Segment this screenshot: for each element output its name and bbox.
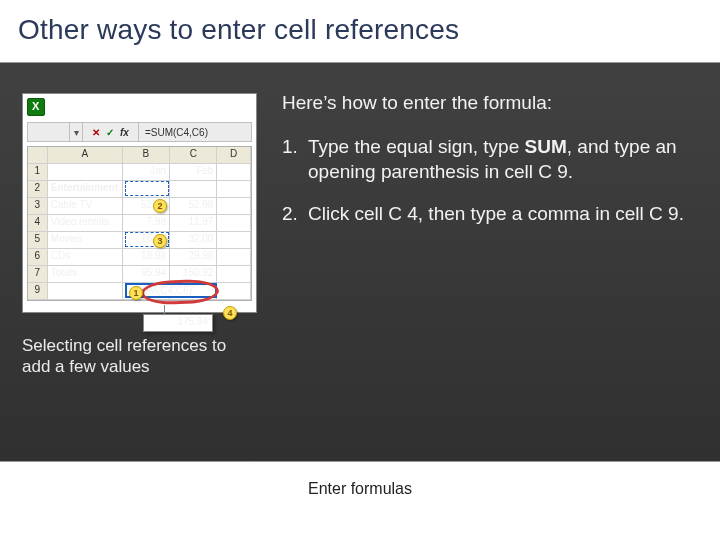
value-callout: 175.94 bbox=[143, 314, 213, 332]
table-row: 7 Totals 95.94 150.92 bbox=[28, 266, 251, 283]
cell bbox=[170, 181, 217, 198]
cell: 29.98 bbox=[170, 249, 217, 266]
step-text-part: Type the equal sign, type bbox=[308, 136, 525, 157]
cell: 150.92 bbox=[170, 266, 217, 283]
table-row: 1 Jan Feb bbox=[28, 164, 251, 181]
step-1: 1. Type the equal sign, type SUM, and ty… bbox=[282, 135, 688, 184]
row-header: 1 bbox=[28, 164, 48, 181]
cell: CDs bbox=[48, 249, 123, 266]
slide-footer: Enter formulas bbox=[0, 462, 720, 540]
formula-bar-buttons: ✕ ✓ fx bbox=[83, 123, 139, 141]
row-header: 5 bbox=[28, 232, 48, 249]
cell bbox=[217, 181, 251, 198]
cell bbox=[217, 283, 251, 300]
cell: 18.98 bbox=[123, 249, 170, 266]
row-header: 2 bbox=[28, 181, 48, 198]
instruction-column: Here’s how to enter the formula: 1. Type… bbox=[282, 91, 688, 244]
footer-text: Enter formulas bbox=[308, 480, 412, 498]
step-2: 2. Click cell C 4, then type a comma in … bbox=[282, 202, 688, 226]
figure-caption: Selecting cell references to add a few v… bbox=[22, 335, 257, 378]
cell bbox=[48, 164, 123, 181]
callout-badge-2: 2 bbox=[153, 199, 167, 213]
formula-bar-text: =SUM(C4,C6) bbox=[139, 127, 208, 138]
cell: Jan bbox=[123, 164, 170, 181]
callout-badge-4: 4 bbox=[223, 306, 237, 320]
cell bbox=[217, 164, 251, 181]
table-row: 6 CDs 18.98 29.98 bbox=[28, 249, 251, 266]
row-header: 3 bbox=[28, 198, 48, 215]
row-header: 4 bbox=[28, 215, 48, 232]
table-row: 2 Entertainment bbox=[28, 181, 251, 198]
column-header-row: A B C D bbox=[28, 147, 251, 164]
enter-icon: ✓ bbox=[106, 127, 114, 138]
step-number: 2. bbox=[282, 202, 308, 226]
cell bbox=[123, 181, 170, 198]
callout-badge-1: 1 bbox=[129, 286, 143, 300]
cell bbox=[217, 232, 251, 249]
intro-text: Here’s how to enter the formula: bbox=[282, 91, 688, 115]
row-header: 9 bbox=[28, 283, 48, 300]
slide: Other ways to enter cell references ▾ ✕ … bbox=[0, 0, 720, 540]
excel-window: ▾ ✕ ✓ fx =SUM(C4,C6) A B C D bbox=[23, 94, 256, 312]
cell: Video rentals bbox=[48, 215, 123, 232]
slide-title: Other ways to enter cell references bbox=[0, 0, 720, 56]
cell: 7.98 bbox=[123, 215, 170, 232]
name-box bbox=[28, 123, 70, 141]
select-all-corner bbox=[28, 147, 48, 164]
cell bbox=[217, 249, 251, 266]
excel-screenshot: ▾ ✕ ✓ fx =SUM(C4,C6) A B C D bbox=[22, 93, 257, 313]
table-row: 3 Cable TV 52.98 52.98 bbox=[28, 198, 251, 215]
cell: 11.97 bbox=[170, 215, 217, 232]
cell: 32.00 bbox=[170, 232, 217, 249]
cell bbox=[48, 283, 123, 300]
cell: 52.98 bbox=[170, 198, 217, 215]
cell: Movies bbox=[48, 232, 123, 249]
row-header: 7 bbox=[28, 266, 48, 283]
cell bbox=[217, 215, 251, 232]
step-text: Type the equal sign, type SUM, and type … bbox=[308, 135, 688, 184]
cell bbox=[217, 198, 251, 215]
row-header: 6 bbox=[28, 249, 48, 266]
step-number: 1. bbox=[282, 135, 308, 184]
col-header: D bbox=[217, 147, 251, 164]
cell: Entertainment bbox=[48, 181, 123, 198]
col-header: A bbox=[48, 147, 123, 164]
cell: Feb bbox=[170, 164, 217, 181]
col-header: B bbox=[123, 147, 170, 164]
formula-bar: ▾ ✕ ✓ fx =SUM(C4,C6) bbox=[27, 122, 252, 142]
name-box-dropdown-icon: ▾ bbox=[70, 123, 83, 141]
callout-badge-3: 3 bbox=[153, 234, 167, 248]
slide-body: ▾ ✕ ✓ fx =SUM(C4,C6) A B C D bbox=[0, 62, 720, 462]
step-text-bold: SUM bbox=[525, 136, 567, 157]
step-text-part: Click cell C 4, then type a comma in cel… bbox=[308, 203, 684, 224]
fx-icon: fx bbox=[120, 127, 129, 138]
cell: Cable TV bbox=[48, 198, 123, 215]
cell bbox=[217, 266, 251, 283]
table-row: 4 Video rentals 7.98 11.97 bbox=[28, 215, 251, 232]
step-text: Click cell C 4, then type a comma in cel… bbox=[308, 202, 688, 226]
table-row: 5 Movies 16.00 32.00 bbox=[28, 232, 251, 249]
excel-app-icon bbox=[27, 98, 45, 116]
spreadsheet-grid: A B C D 1 Jan Feb 2 Entertainment bbox=[27, 146, 252, 301]
col-header: C bbox=[170, 147, 217, 164]
cell: 95.94 bbox=[123, 266, 170, 283]
cell: Totals bbox=[48, 266, 123, 283]
cancel-icon: ✕ bbox=[92, 127, 100, 138]
